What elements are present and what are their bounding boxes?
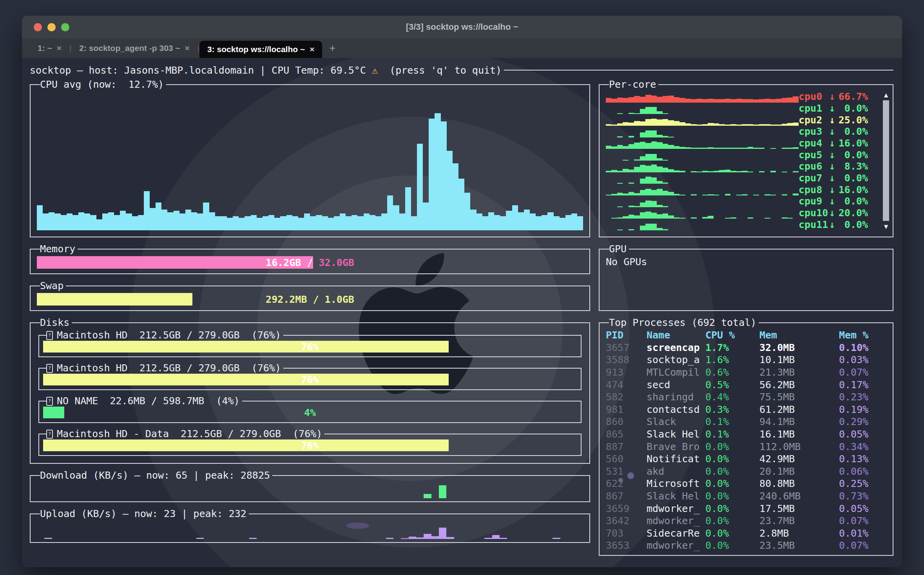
core-row: cpu0↓66.7% [606, 91, 880, 103]
disk-label: Macintosh HD 212.5GB / 279.0GB (76%) [57, 363, 281, 374]
cpu-bar [411, 216, 417, 230]
process-mempct: 0.19% [839, 404, 886, 415]
disk-panel: ?Macintosh HD 212.5GB / 279.0GB (76%)76%… [38, 330, 582, 357]
new-tab-button[interactable]: + [322, 42, 342, 54]
scroll-up-icon[interactable]: ▲ [884, 91, 888, 99]
close-window-button[interactable] [34, 23, 42, 31]
zoom-window-button[interactable] [61, 23, 69, 31]
tab-2[interactable]: 2: socktop_agent -p 303 ~× [71, 38, 197, 58]
window-titlebar: [3/3] socktop ws://localho ~ [22, 16, 902, 38]
core-sparkline [606, 114, 799, 126]
disk-usage-bar: 76%76% [43, 341, 577, 353]
core-value: 16.0% [835, 184, 868, 195]
process-row[interactable]: 560Notificat0.0%42.9MB0.13% [606, 453, 886, 465]
swap-panel-title: Swap [40, 280, 66, 291]
spark-bar [640, 226, 645, 230]
process-row[interactable]: 981contactsd0.3%61.2MB0.19% [606, 403, 886, 416]
spark-bar [697, 99, 702, 102]
tab-close-icon[interactable]: × [57, 43, 62, 53]
swap-usage-bar: 292.2MB / 1.0GB292.2MB / 1.0GB [37, 293, 583, 306]
process-mempct: 0.34% [839, 441, 886, 452]
tab-3[interactable]: 3: socktop ws://localho ~× [199, 41, 322, 58]
per-core-scrollbar[interactable]: ▲ ▼ [880, 91, 890, 230]
warning-icon: ⚠ [372, 65, 378, 76]
process-row[interactable]: 531akd0.0%20.1MB0.06% [606, 465, 886, 478]
core-row: cpu2↓25.0% [606, 114, 880, 126]
core-value: 16.0% [835, 137, 868, 149]
process-name: Notificat [647, 453, 705, 465]
spark-bar [629, 215, 634, 219]
cpu-bar [429, 119, 435, 230]
cpu-bar [37, 205, 43, 230]
tab-1[interactable]: 1: ~× [30, 38, 69, 58]
cpu-bar [524, 210, 530, 230]
disk-icon: ? [46, 397, 53, 406]
disk-panel-title: ?Macintosh HD - Data 212.5GB / 279.0GB (… [46, 429, 324, 439]
cpu-bar [364, 213, 370, 230]
process-row[interactable]: 3653mdworker_0.0%23.5MB0.07% [606, 539, 886, 552]
spark-bar [657, 119, 662, 126]
process-row[interactable]: 703SidecarRe0.0%2.8MB0.01% [606, 527, 886, 540]
core-sparkline [606, 172, 799, 184]
core-name: cpu9 [799, 195, 829, 207]
process-mempct: 0.01% [839, 528, 886, 539]
process-row[interactable]: 3657screencap1.7%32.0MB0.10% [606, 342, 886, 354]
spark-bar [679, 98, 685, 103]
core-value: 0.0% [835, 195, 868, 207]
process-row[interactable]: 474secd0.5%56.2MB0.17% [606, 378, 886, 391]
scroll-down-icon[interactable]: ▼ [884, 222, 888, 230]
upload-bar [44, 538, 52, 539]
cpu-bar [310, 216, 316, 230]
minimize-window-button[interactable] [47, 23, 56, 31]
tab-close-icon[interactable]: × [310, 45, 314, 54]
process-row[interactable]: 887Brave Bro0.0%112.0MB0.34% [606, 440, 886, 453]
core-name: cpu0 [799, 91, 829, 102]
cpu-bar [476, 213, 482, 230]
process-row[interactable]: 867Slack Hel0.0%240.6MB0.73% [606, 490, 886, 503]
spark-bar [634, 215, 640, 219]
process-row[interactable]: 3659mdworker_0.0%17.5MB0.05% [606, 502, 886, 515]
process-mem: 2.8MB [759, 528, 839, 539]
spark-bar [651, 190, 657, 195]
arrow-down-icon: ↓ [829, 172, 835, 184]
spark-bar [640, 121, 645, 126]
core-sparkline [606, 149, 799, 161]
process-pid: 474 [606, 379, 647, 391]
process-mempct: 0.07% [839, 540, 886, 551]
scrollbar-thumb[interactable] [883, 100, 889, 221]
process-mem: 16.1MB [759, 429, 839, 440]
process-mem: 75.5MB [759, 391, 839, 403]
process-row[interactable]: 860Slack0.1%94.1MB0.29% [606, 416, 886, 428]
spark-bar [640, 97, 645, 103]
spark-bar [645, 143, 651, 149]
disk-panel-title: ?Macintosh HD 212.5GB / 279.0GB (76%) [46, 363, 283, 374]
process-row[interactable]: 582sharingd0.4%75.5MB0.23% [606, 391, 886, 403]
process-row[interactable]: 865Slack Hel0.1%16.1MB0.05% [606, 428, 886, 441]
process-pid: 560 [606, 453, 647, 465]
cpu-bar [387, 195, 393, 230]
arrow-down-icon: ↓ [829, 114, 835, 126]
process-mem: 10.1MB [759, 354, 839, 365]
process-cpu: 0.6% [705, 367, 759, 378]
disk-label: Macintosh HD 212.5GB / 279.0GB (76%) [57, 330, 281, 341]
spark-bar [617, 193, 623, 195]
core-sparkline [606, 137, 799, 149]
process-cpu: 0.0% [705, 441, 759, 452]
status-line: socktop — host: Jasons-MBP.localdomain |… [30, 63, 893, 77]
spark-bar [640, 212, 645, 219]
disks-panel-title: Disks [40, 317, 72, 328]
tab-close-icon[interactable]: × [185, 43, 190, 53]
cpu-bar [577, 216, 583, 230]
core-row: cpu11↓0.0% [606, 219, 880, 230]
core-label: cpu11↓0.0% [799, 219, 880, 230]
process-row[interactable]: 913MTLCompil0.6%21.3MB0.07% [606, 366, 886, 379]
process-mempct: 0.05% [839, 503, 886, 514]
process-row[interactable]: 3642mdworker_0.0%23.7MB0.07% [606, 515, 886, 527]
disks-panel: Disks ?Macintosh HD 212.5GB / 279.0GB (7… [30, 317, 590, 464]
spark-bar [651, 177, 657, 184]
process-row[interactable]: 3588socktop_a1.6%10.1MB0.03% [606, 354, 886, 366]
spark-bar [640, 179, 645, 184]
process-pid: 3657 [606, 342, 647, 353]
process-row[interactable]: 622Microsoft0.0%80.8MB0.25% [606, 477, 886, 490]
spark-bar [691, 99, 696, 103]
